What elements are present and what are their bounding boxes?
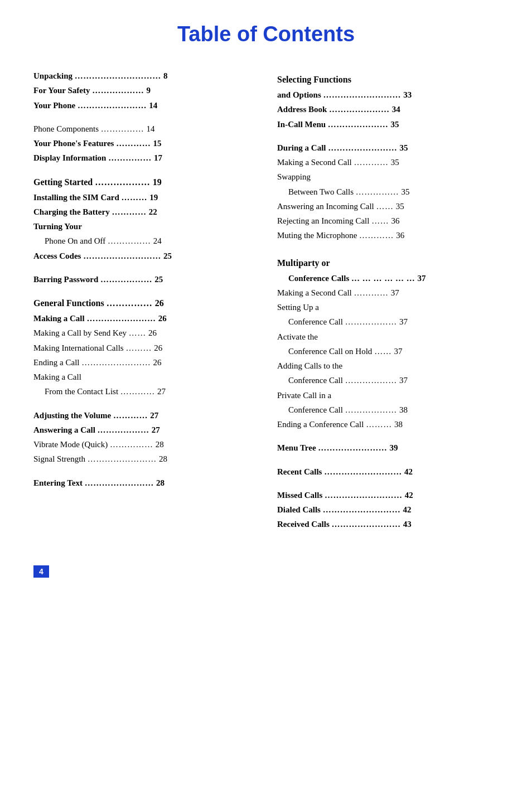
entry-dots: ……………………: [85, 478, 156, 487]
entry-text: Recent Calls: [277, 467, 324, 476]
toc-entry: Swapping: [277, 170, 499, 184]
entry-page: 37: [399, 376, 408, 385]
toc-entry: For Your Safety ……………… 9: [33, 83, 255, 98]
toc-entry: Selecting Functions: [277, 72, 499, 88]
entry-text: Barring Password: [33, 275, 100, 284]
entry-text: Making a Second Call: [277, 158, 354, 167]
entry-dots: ………: [122, 193, 150, 202]
toc-entry: Making a Call …………………… 26: [33, 311, 255, 326]
entry-dots: ………………: [95, 177, 153, 187]
entry-dots: …………: [113, 411, 150, 420]
toc-entry: Multiparty or: [277, 255, 499, 271]
toc-entry: and Options ……………………… 33: [277, 88, 499, 102]
entry-text: Getting Started: [33, 177, 95, 187]
toc-entry: Answering an Incoming Call …… 35: [277, 199, 499, 214]
toc-entry: Conference Call ……………… 38: [277, 403, 499, 417]
entry-dots: ………: [125, 343, 154, 352]
entry-dots: ………………: [345, 317, 399, 326]
entry-text: During a Call: [277, 143, 328, 152]
entry-page: 35: [391, 158, 399, 167]
entry-dots: ………………: [98, 425, 152, 434]
toc-entry: Your Phone …………………… 14: [33, 98, 255, 113]
entry-text: General Functions: [33, 298, 107, 308]
spacer: [33, 263, 255, 272]
toc-entry: Missed Calls ……………………… 42: [277, 488, 499, 502]
entry-page: 39: [390, 443, 398, 452]
entry-text: Received Calls: [277, 520, 331, 529]
toc-entry: Getting Started ……………… 19: [33, 175, 255, 190]
entry-text: For Your Safety: [33, 86, 92, 95]
entry-page: 28: [159, 454, 167, 463]
entry-text: Vibrate Mode (Quick): [33, 440, 110, 449]
toc-entry: Adding Calls to the: [277, 359, 499, 373]
entry-dots: ……………: [110, 440, 156, 449]
entry-dots: ………………………: [323, 90, 404, 99]
entry-page: 35: [391, 120, 399, 129]
entry-dots: …………: [354, 288, 390, 297]
spacer: [33, 399, 255, 408]
toc-columns: Unpacking ………………………… 8For Your Safety ………: [33, 69, 499, 532]
spacer: [33, 113, 255, 122]
entry-page: 9: [146, 86, 151, 95]
entry-text: Making a Call by Send Key: [33, 328, 129, 337]
entry-text: Ending a Call: [33, 358, 81, 367]
entry-dots: ……: [129, 328, 148, 337]
entry-dots: ……………………: [318, 443, 389, 452]
entry-page: 19: [153, 177, 162, 187]
toc-entry: Display Information …………… 17: [33, 151, 255, 165]
entry-page: 27: [152, 425, 160, 434]
toc-entry: Charging the Battery ………… 22: [33, 205, 255, 219]
toc-entry: Phone Components …………… 14: [33, 122, 255, 136]
entry-page: 27: [157, 387, 166, 396]
entry-dots: ……………………: [81, 358, 153, 367]
toc-entry: Barring Password ……………… 25: [33, 272, 255, 287]
spacer: [277, 132, 499, 141]
entry-text: Phone Components: [33, 124, 101, 133]
entry-page: 38: [399, 405, 408, 414]
entry-text: Conference Call: [288, 317, 345, 326]
entry-dots: …………………: [328, 120, 391, 129]
entry-text: Missed Calls: [277, 491, 325, 500]
toc-entry: Menu Tree …………………… 39: [277, 440, 499, 455]
entry-dots: … … … … … …: [351, 274, 418, 283]
entry-page: 36: [396, 231, 404, 240]
toc-entry: Your Phone's Features ………… 15: [33, 136, 255, 151]
entry-page: 37: [418, 274, 426, 283]
entry-dots: ………: [366, 420, 394, 429]
entry-dots: ………………: [100, 275, 154, 284]
spacer: [33, 467, 255, 476]
entry-dots: ……: [376, 202, 395, 211]
toc-entry: Signal Strength …………………… 28: [33, 452, 255, 466]
entry-page: 25: [154, 275, 163, 284]
entry-text: Making a Second Call: [277, 288, 354, 297]
entry-dots: ……………: [108, 236, 153, 245]
entry-text: Conference Calls: [288, 274, 351, 283]
toc-entry: Turning Your: [33, 219, 255, 234]
entry-page: 26: [158, 314, 167, 323]
entry-text: Charging the Battery: [33, 207, 112, 216]
entry-dots: ……………………: [331, 520, 403, 529]
entry-text: Answering an Incoming Call: [277, 202, 376, 211]
entry-page: 42: [404, 467, 413, 476]
toc-entry: Installing the SIM Card ……… 19: [33, 190, 255, 205]
entry-text: Signal Strength: [33, 454, 88, 463]
entry-dots: …………: [120, 387, 157, 396]
entry-page: 28: [156, 478, 165, 487]
toc-entry: Making a Second Call ………… 37: [277, 285, 499, 300]
entry-text: Conference Call on Hold: [288, 347, 374, 356]
toc-entry: From the Contact List ………… 27: [33, 384, 255, 399]
entry-dots: ……………………: [86, 314, 158, 323]
entry-text: Making International Calls: [33, 343, 125, 352]
entry-text: and Options: [277, 90, 323, 99]
spacer: [33, 287, 255, 296]
entry-dots: ………………: [345, 405, 399, 414]
toc-entry: Unpacking ………………………… 8: [33, 69, 255, 83]
toc-entry: Activate the: [277, 330, 499, 344]
toc-entry: Received Calls …………………… 43: [277, 517, 499, 531]
entry-page: 42: [403, 505, 411, 514]
entry-page: 19: [149, 193, 158, 202]
entry-dots: ………………………: [324, 467, 404, 476]
entry-page: 14: [147, 124, 155, 133]
toc-entry: Making International Calls ……… 26: [33, 341, 255, 355]
entry-page: 24: [153, 236, 162, 245]
